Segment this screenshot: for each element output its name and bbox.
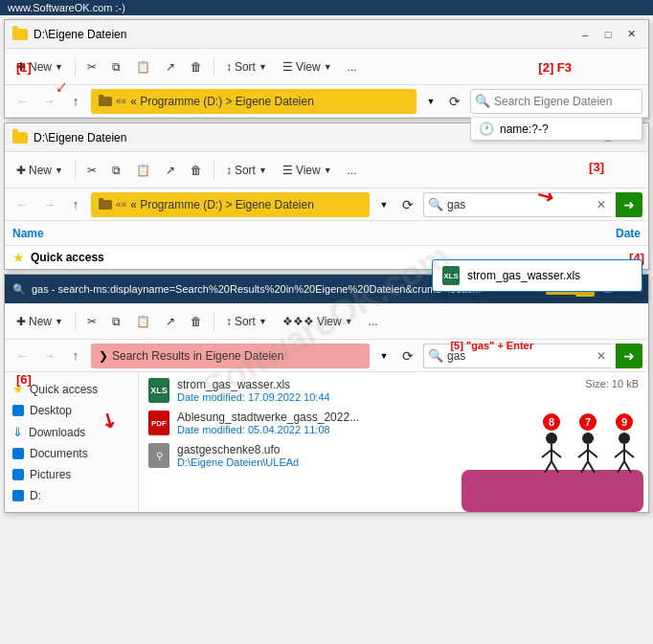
- copy-button[interactable]: ⧉: [106, 54, 126, 80]
- more-button2[interactable]: ...: [342, 157, 363, 184]
- view-button3[interactable]: ❖❖❖ View ▼: [277, 308, 359, 335]
- sort-button2[interactable]: ↕ Sort ▼: [220, 157, 273, 184]
- breadcrumb-dropdown2[interactable]: ▼: [375, 192, 393, 217]
- sidebar-item-pictures[interactable]: Pictures: [5, 464, 138, 485]
- breadcrumb-text2: « Programme (D:) > Eigene Dateien: [130, 198, 314, 211]
- breadcrumb-folder-icon2: [99, 200, 112, 210]
- refresh-button3[interactable]: ⟳: [396, 344, 419, 367]
- window3-title-group: 🔍 gas - search-ms:displayname=Search%20R…: [12, 283, 482, 296]
- annotation-5: [5] "gas" + Enter: [450, 340, 533, 351]
- search-go-button[interactable]: ➜: [616, 192, 642, 217]
- share-icon: ↗: [166, 60, 175, 74]
- file-row-1-meta: Date modified: 17.09.2022 10:44: [177, 391, 577, 403]
- svg-line-14: [615, 450, 624, 457]
- window1-title-text: D:\Eigene Dateien: [34, 28, 126, 41]
- window3: 🔍 gas - search-ms:displayname=Search%20R…: [4, 274, 649, 513]
- sidebar-pictures-label: Pictures: [30, 468, 71, 481]
- sep4: [214, 161, 214, 180]
- sort-icon: ↕: [226, 60, 232, 74]
- bc-chevron2: ««: [116, 199, 126, 210]
- close-button[interactable]: ✕: [621, 27, 641, 42]
- paste-button2[interactable]: 📋: [130, 157, 156, 184]
- sidebar-item-downloads[interactable]: ⇓ Downloads: [5, 421, 138, 443]
- search-results-icon: 🔍: [12, 283, 26, 296]
- search-clear-button[interactable]: ✕: [595, 198, 608, 211]
- new-button2[interactable]: ✚ New ▼: [11, 157, 69, 184]
- search-bar2[interactable]: 🔍 ✕: [423, 192, 612, 217]
- up-button3[interactable]: ↑: [64, 344, 87, 367]
- window1-titlebar: D:\Eigene Dateien – □ ✕: [5, 20, 648, 49]
- copy-button2[interactable]: ⧉: [106, 157, 126, 184]
- refresh-button2[interactable]: ⟳: [396, 193, 419, 216]
- delete-icon3: 🗑: [191, 315, 202, 328]
- search-go-button3[interactable]: ➜: [616, 344, 642, 368]
- more-button[interactable]: ...: [342, 54, 363, 80]
- sort-button[interactable]: ↕ Sort ▼: [220, 54, 273, 80]
- sep5: [75, 312, 76, 331]
- breadcrumb-bar[interactable]: «« « Programme (D:) > Eigene Dateien: [91, 89, 417, 114]
- sidebar-item-d[interactable]: D:: [5, 485, 138, 506]
- search-result-item[interactable]: XLS strom_gas_wasser.xls: [433, 260, 642, 291]
- paste-button3[interactable]: 📋: [130, 308, 156, 335]
- view-chevron2: ▼: [324, 166, 332, 175]
- share-button2[interactable]: ↗: [160, 157, 181, 184]
- refresh-button[interactable]: ⟳: [443, 90, 466, 113]
- svg-point-12: [619, 433, 630, 444]
- search-icon3: 🔍: [428, 348, 443, 363]
- up-button[interactable]: ↑: [64, 90, 87, 113]
- more-label2: ...: [348, 164, 357, 177]
- search-bar[interactable]: 🔍: [470, 89, 642, 114]
- breadcrumb-dropdown3[interactable]: ▼: [375, 344, 393, 368]
- share-button[interactable]: ↗: [160, 54, 181, 80]
- back-button2[interactable]: ←: [11, 193, 34, 216]
- desktop-icon: [12, 405, 24, 416]
- sort-button3[interactable]: ↕ Sort ▼: [220, 308, 273, 335]
- maximize-button[interactable]: □: [598, 27, 618, 42]
- search-icon: 🔍: [475, 94, 490, 108]
- view-label: View: [296, 60, 321, 74]
- cut-button2[interactable]: ✂: [81, 157, 102, 184]
- share-button3[interactable]: ↗: [160, 308, 181, 335]
- forward-button3[interactable]: →: [37, 344, 60, 367]
- search-input2[interactable]: [447, 198, 591, 211]
- paste-button[interactable]: 📋: [130, 54, 156, 80]
- search-history-text: name:?-?: [500, 122, 549, 136]
- file-row-1[interactable]: XLS strom_gas_wasser.xls Date modified: …: [143, 374, 644, 407]
- search-dropdown: 🕐 name:?-?: [470, 118, 642, 141]
- breadcrumb-bar3[interactable]: ❯ Search Results in Eigene Dateien: [91, 344, 370, 368]
- delete-button3[interactable]: 🗑: [185, 308, 208, 335]
- pink-platform: [462, 470, 643, 512]
- window3-toolbar: ✚ New ▼ ✂ ⧉ 📋 ↗ 🗑 ↕ Sort ▼ ❖❖❖ View ▼ ..…: [5, 303, 648, 340]
- cut-button3[interactable]: ✂: [81, 308, 102, 335]
- search-input[interactable]: [494, 95, 638, 108]
- delete-button2[interactable]: 🗑: [185, 157, 208, 184]
- more-button3[interactable]: ...: [363, 308, 384, 335]
- forward-button2[interactable]: →: [37, 193, 60, 216]
- sidebar-item-documents[interactable]: Documents: [5, 443, 138, 464]
- drive-d-icon: [12, 490, 24, 501]
- breadcrumb-bar2[interactable]: «« « Programme (D:) > Eigene Dateien: [91, 192, 370, 217]
- sort-icon2: ↕: [226, 164, 232, 177]
- new-label3: New: [29, 315, 52, 328]
- cut-button[interactable]: ✂: [81, 54, 102, 80]
- copy-button3[interactable]: ⧉: [106, 308, 126, 335]
- new-button3[interactable]: ✚ New ▼: [11, 308, 69, 335]
- window2-title-text: D:\Eigene Dateien: [34, 131, 126, 144]
- breadcrumb-dropdown[interactable]: ▼: [422, 89, 439, 114]
- view-button2[interactable]: ☰ View ▼: [277, 157, 338, 184]
- file-row-1-info: strom_gas_wasser.xls Date modified: 17.0…: [177, 378, 577, 403]
- minimize-button[interactable]: –: [575, 27, 595, 42]
- search-dropdown-item[interactable]: 🕐 name:?-?: [471, 118, 642, 140]
- figure-9: 9: [610, 413, 639, 474]
- back-button[interactable]: ←: [11, 90, 34, 113]
- sort-label2: Sort: [235, 164, 256, 177]
- up-button2[interactable]: ↑: [64, 193, 87, 216]
- back-button3[interactable]: ←: [11, 344, 34, 367]
- copy-icon3: ⧉: [112, 315, 121, 328]
- badge-8: 8: [543, 413, 560, 431]
- badge-7: 7: [579, 413, 597, 431]
- xls-icon-1: XLS: [148, 378, 169, 403]
- view-button[interactable]: ☰ View ▼: [277, 54, 338, 80]
- search-clear-button3[interactable]: ✕: [595, 349, 608, 363]
- delete-button[interactable]: 🗑: [185, 54, 208, 80]
